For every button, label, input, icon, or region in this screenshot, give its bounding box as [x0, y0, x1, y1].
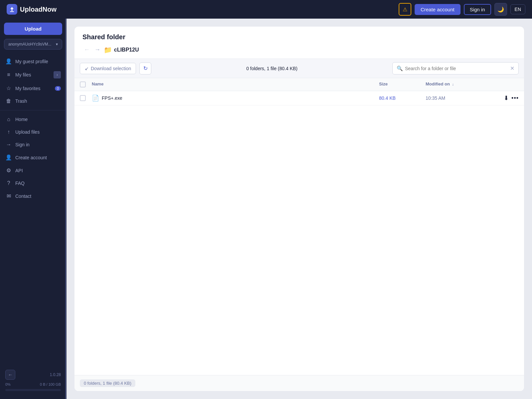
file-download-button[interactable]: ⬇	[504, 94, 509, 102]
file-count: 0 folders, 1 file (80.4 KB)	[155, 66, 389, 71]
create-account-icon: 👤	[5, 154, 12, 161]
logo-icon	[7, 4, 17, 15]
sidebar-item-label: My guest profile	[15, 59, 48, 64]
sidebar-item-faq[interactable]: ? FAQ	[0, 177, 66, 190]
faq-icon: ?	[5, 180, 12, 186]
content-area: Shared folder ← → 📁 cLIBP12U ↙ Download …	[66, 19, 532, 399]
back-arrow-button[interactable]: ←	[82, 46, 91, 54]
files-icon: ≡	[5, 72, 12, 78]
contact-icon: ✉	[5, 193, 12, 199]
upload-button[interactable]: Upload	[4, 23, 62, 35]
sidebar-nav: 👤 My guest profile ≡ My files › ☆ My fav…	[0, 55, 66, 366]
row-checkbox[interactable]	[80, 95, 86, 101]
header-checkbox-cell	[80, 81, 92, 87]
sort-arrow-icon: ↓	[452, 82, 454, 86]
star-icon: ☆	[5, 85, 12, 91]
sidebar-item-my-favorites[interactable]: ☆ My favorites 0	[0, 82, 66, 95]
upload-icon: ↑	[5, 129, 12, 135]
sidebar-item-trash[interactable]: 🗑 Trash	[0, 95, 66, 107]
sidebar-item-label: Contact	[15, 194, 31, 199]
file-size: 80.4 KB	[379, 95, 426, 101]
sidebar-item-my-files[interactable]: ≡ My files ›	[0, 68, 66, 82]
storage-text-row: 0% 0 B / 100 GB	[5, 382, 61, 386]
sign-in-icon: →	[5, 142, 12, 148]
search-box: 🔍 ✕	[392, 62, 519, 74]
favorites-badge: 0	[55, 86, 61, 91]
header: UploadNow ⚠ Create account Sign in 🌙 EN	[0, 0, 532, 19]
storage-label: 0 B / 100 GB	[40, 382, 61, 386]
sidebar-item-home[interactable]: ⌂ Home	[0, 113, 66, 126]
search-input[interactable]	[405, 66, 508, 71]
language-button[interactable]: EN	[510, 4, 525, 14]
col-name: Name	[92, 81, 379, 87]
sidebar-item-sign-in[interactable]: → Sign in	[0, 138, 66, 151]
search-icon: 🔍	[397, 66, 403, 71]
account-selector[interactable]: anonymAUoHYc9sVM... ▾	[4, 39, 62, 50]
my-files-arrow[interactable]: ›	[54, 71, 61, 78]
main-layout: Upload anonymAUoHYc9sVM... ▾ 👤 My guest …	[0, 19, 532, 399]
sidebar-item-contact[interactable]: ✉ Contact	[0, 190, 66, 202]
sidebar-item-label: Create account	[15, 155, 47, 160]
moon-icon: 🌙	[497, 6, 504, 13]
panel-footer: 0 folders, 1 file (80.4 KB)	[74, 375, 524, 391]
refresh-button[interactable]: ↻	[139, 63, 151, 74]
logo: UploadNow	[7, 4, 57, 15]
version-text: 1.0.28	[50, 372, 61, 377]
panel-title: Shared folder	[82, 33, 516, 41]
sidebar-item-label: Sign in	[15, 142, 30, 147]
search-clear-button[interactable]: ✕	[510, 65, 514, 71]
storage-bar	[5, 389, 61, 391]
refresh-icon: ↻	[143, 65, 148, 71]
sidebar-bottom: ← 1.0.28 0% 0 B / 100 GB	[0, 366, 66, 395]
sidebar-resize-handle[interactable]	[65, 19, 66, 399]
sidebar-divider	[0, 110, 66, 110]
user-icon: 👤	[5, 58, 12, 65]
sidebar-item-guest-profile[interactable]: 👤 My guest profile	[0, 55, 66, 68]
shared-folder-panel: Shared folder ← → 📁 cLIBP12U ↙ Download …	[74, 27, 524, 391]
sidebar-version-row: ← 1.0.28	[5, 370, 61, 380]
warning-button[interactable]: ⚠	[399, 3, 411, 16]
sidebar-item-label: Trash	[15, 98, 27, 104]
download-icon: ↙	[85, 66, 89, 71]
col-actions	[492, 81, 519, 87]
sidebar-item-api[interactable]: ⚙ API	[0, 164, 66, 177]
sidebar-item-upload-files[interactable]: ↑ Upload files	[0, 126, 66, 138]
toolbar: ↙ Download selection ↻ 0 folders, 1 file…	[74, 59, 524, 78]
storage-percent: 0%	[5, 382, 11, 386]
table-row[interactable]: 📄 FPS+.exe 80.4 KB 10:35 AM ⬇ •••	[74, 91, 524, 105]
col-size: Size	[379, 81, 426, 87]
sidebar-back-button[interactable]: ←	[5, 370, 15, 380]
table-header: Name Size Modified on ↓	[74, 78, 524, 91]
dark-mode-button[interactable]: 🌙	[494, 3, 507, 16]
trash-icon: 🗑	[5, 98, 12, 104]
svg-rect-0	[10, 11, 14, 12]
account-selector-text: anonymAUoHYc9sVM...	[8, 42, 51, 47]
sidebar: Upload anonymAUoHYc9sVM... ▾ 👤 My guest …	[0, 19, 66, 399]
header-sign-in-button[interactable]: Sign in	[464, 4, 491, 15]
sidebar-item-create-account[interactable]: 👤 Create account	[0, 151, 66, 164]
sidebar-item-label: Upload files	[15, 129, 40, 135]
panel-header: Shared folder ← → 📁 cLIBP12U	[74, 27, 524, 59]
file-actions: ⬇ •••	[492, 94, 519, 102]
logo-text: UploadNow	[20, 6, 57, 13]
file-date: 10:35 AM	[426, 95, 492, 101]
folder-icon: 📁	[104, 46, 112, 54]
bottom-spacer	[66, 391, 532, 399]
forward-arrow-button[interactable]: →	[93, 46, 102, 54]
chevron-down-icon: ▾	[56, 42, 58, 47]
header-actions: ⚠ Create account Sign in 🌙 EN	[399, 3, 525, 16]
download-label: Download selection	[91, 66, 131, 71]
sidebar-item-label: My files	[15, 72, 31, 77]
col-modified: Modified on ↓	[426, 81, 492, 87]
footer-count: 0 folders, 1 file (80.4 KB)	[80, 379, 135, 387]
warning-icon: ⚠	[403, 6, 407, 13]
header-create-account-button[interactable]: Create account	[415, 4, 461, 15]
download-selection-button[interactable]: ↙ Download selection	[80, 63, 136, 74]
breadcrumb: ← → 📁 cLIBP12U	[82, 46, 516, 54]
file-name-cell: 📄 FPS+.exe	[92, 94, 379, 102]
file-more-button[interactable]: •••	[511, 95, 519, 102]
file-name: FPS+.exe	[102, 95, 122, 101]
select-all-checkbox[interactable]	[80, 81, 86, 87]
sidebar-item-label: Home	[15, 117, 28, 122]
api-icon: ⚙	[5, 167, 12, 174]
